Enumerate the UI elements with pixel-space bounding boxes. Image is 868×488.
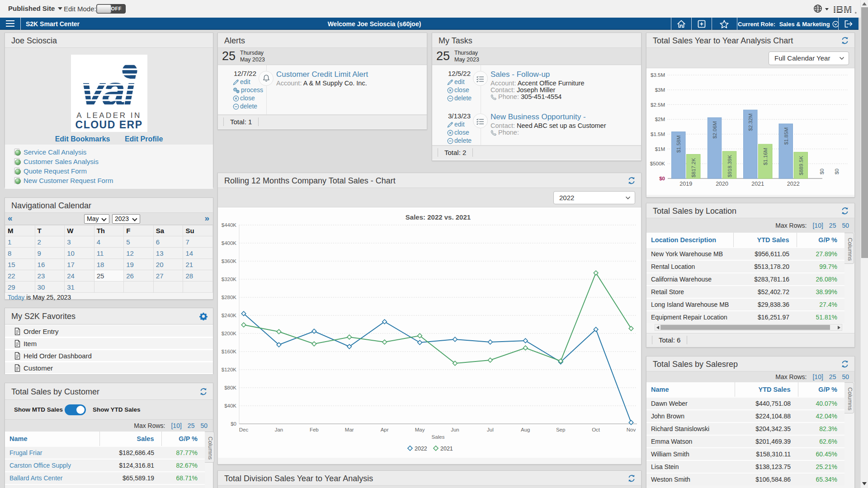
today-link[interactable]: Today xyxy=(8,294,24,301)
favorite-item[interactable]: Item xyxy=(5,338,213,350)
entry-title-link[interactable]: Sales - Follow-up xyxy=(491,70,550,79)
calendar-day-cell[interactable]: 26 xyxy=(124,270,154,282)
entry-title-link[interactable]: Customer Credit Limit Alert xyxy=(276,70,368,79)
table-column-header[interactable]: YTD Sales xyxy=(735,382,798,397)
edit-profile-link[interactable]: Edit Profile xyxy=(125,135,163,143)
calendar-day-cell[interactable]: 14 xyxy=(183,248,213,259)
yty-period-dropdown[interactable]: Full Calendar Year xyxy=(769,52,849,65)
location-refresh-button[interactable] xyxy=(841,207,849,216)
table-column-header[interactable]: Name xyxy=(646,382,735,397)
cell-name[interactable]: Frugal Friar xyxy=(5,446,99,459)
calendar-day-cell[interactable]: 27 xyxy=(153,270,183,282)
calendar-day-cell[interactable]: 5 xyxy=(124,236,154,248)
location-hscrollbar[interactable] xyxy=(655,324,842,331)
rolling-year-dropdown[interactable]: 2022 xyxy=(553,191,635,204)
table-column-header[interactable]: Sales xyxy=(99,432,161,446)
calendar-day-cell[interactable]: 30 xyxy=(35,282,65,293)
table-column-header[interactable]: YTD Sales xyxy=(733,233,797,248)
rolling-refresh-button[interactable] xyxy=(627,177,636,186)
customer-sales-columns-tab[interactable]: Columns xyxy=(205,432,214,463)
cell-name[interactable]: Ballard Arts Center xyxy=(5,472,99,484)
calendar-month-select[interactable]: May xyxy=(84,214,109,224)
mtd-ytd-switch[interactable] xyxy=(65,404,86,415)
close-action-link[interactable]: close xyxy=(447,129,469,136)
calendar-day-cell[interactable]: 2 xyxy=(35,236,65,248)
edit-mode-toggle[interactable]: OFF xyxy=(96,4,126,14)
calendar-day-cell[interactable]: 29 xyxy=(5,282,35,293)
calendar-day-cell[interactable]: 20 xyxy=(153,259,183,270)
favorite-item[interactable]: Customer xyxy=(5,362,213,374)
location-columns-tab[interactable]: Columns xyxy=(844,233,854,264)
current-role-dropdown[interactable]: Current Role: Sales & Marketing xyxy=(738,21,839,28)
edit-action-link[interactable]: edit xyxy=(447,121,465,128)
table-column-header[interactable]: Name xyxy=(5,432,99,446)
edit-action-link[interactable]: edit xyxy=(447,78,465,85)
add-tab-button[interactable] xyxy=(697,19,707,29)
calendar-day-cell[interactable]: 23 xyxy=(35,270,65,282)
delete-action-link[interactable]: delete xyxy=(447,137,472,144)
edit-action-link[interactable]: edit xyxy=(233,78,250,85)
process-action-link[interactable]: process xyxy=(233,86,263,94)
menu-hamburger-icon[interactable] xyxy=(6,20,14,27)
salesrep-refresh-button[interactable] xyxy=(841,360,849,370)
calendar-next-button[interactable]: » xyxy=(204,213,209,223)
cell-name[interactable]: Carston Office Supply xyxy=(5,459,99,472)
calendar-prev-button[interactable]: « xyxy=(8,213,13,223)
home-button[interactable] xyxy=(676,19,686,29)
max-rows-option[interactable]: 25 xyxy=(829,373,836,380)
edit-bookmarks-link[interactable]: Edit Bookmarks xyxy=(55,135,110,143)
bookmark-link[interactable]: New Customer Request Form xyxy=(5,176,213,185)
calendar-day-cell[interactable]: 17 xyxy=(65,259,94,270)
favorites-settings-button[interactable] xyxy=(199,312,208,322)
max-rows-option[interactable]: [10] xyxy=(812,222,823,229)
max-rows-option[interactable]: 25 xyxy=(188,422,195,429)
customer-sales-refresh-button[interactable] xyxy=(199,388,208,397)
calendar-day-cell[interactable]: 13 xyxy=(153,248,183,259)
delete-action-link[interactable]: delete xyxy=(447,94,472,102)
calendar-day-cell[interactable]: 6 xyxy=(153,236,183,248)
calendar-day-cell[interactable]: 4 xyxy=(94,236,124,248)
favorite-item[interactable]: Order Entry xyxy=(5,325,213,338)
logout-button[interactable] xyxy=(843,19,853,29)
calendar-day-cell[interactable]: 7 xyxy=(183,236,213,248)
bookmark-link[interactable]: Customer Sales Analysis xyxy=(5,157,213,166)
close-action-link[interactable]: close xyxy=(233,94,255,102)
max-rows-option[interactable]: 50 xyxy=(842,222,849,229)
page-scrollbar[interactable] xyxy=(860,0,868,488)
calendar-day-cell[interactable]: 3 xyxy=(65,236,94,248)
favorite-item[interactable]: Held Order Dashboard xyxy=(5,350,213,362)
entry-title-link[interactable]: New Business Opportunity - xyxy=(491,113,586,122)
table-column-header[interactable]: Location Description xyxy=(646,233,733,248)
yty-refresh-button[interactable] xyxy=(841,37,849,46)
max-rows-option[interactable]: 50 xyxy=(200,422,208,429)
calendar-day-cell[interactable]: 18 xyxy=(94,259,124,270)
calendar-day-cell[interactable]: 10 xyxy=(65,248,94,259)
bookmark-link[interactable]: Service Call Analysis xyxy=(5,147,213,157)
calendar-day-cell[interactable]: 8 xyxy=(5,248,35,259)
table-column-header[interactable]: G/P % xyxy=(798,382,844,397)
close-action-link[interactable]: close xyxy=(447,86,469,94)
calendar-day-cell[interactable]: 31 xyxy=(65,282,94,293)
division-refresh-button[interactable] xyxy=(627,474,636,484)
calendar-day-cell[interactable]: 24 xyxy=(65,270,94,282)
calendar-day-cell[interactable]: 16 xyxy=(35,259,65,270)
max-rows-option[interactable]: 25 xyxy=(829,222,836,229)
max-rows-option[interactable]: [10] xyxy=(812,373,823,380)
table-column-header[interactable]: G/P % xyxy=(161,432,205,446)
favorites-button[interactable] xyxy=(719,19,729,29)
calendar-day-cell[interactable]: 15 xyxy=(5,259,35,270)
max-rows-option[interactable]: 50 xyxy=(842,373,849,380)
bookmark-link[interactable]: Quote Request Form xyxy=(5,166,213,176)
max-rows-option[interactable]: [10] xyxy=(171,422,181,429)
delete-action-link[interactable]: delete xyxy=(233,103,257,110)
language-globe-button[interactable] xyxy=(813,4,829,14)
table-column-header[interactable]: G/P % xyxy=(797,233,844,248)
salesrep-columns-tab[interactable]: Columns xyxy=(844,382,854,413)
calendar-day-cell[interactable]: 28 xyxy=(183,270,213,282)
calendar-day-cell[interactable]: 19 xyxy=(124,259,154,270)
published-site-dropdown[interactable]: Published Site xyxy=(8,5,62,12)
calendar-day-cell[interactable]: 11 xyxy=(94,248,124,259)
calendar-day-cell[interactable]: 9 xyxy=(35,248,65,259)
calendar-day-cell[interactable]: 12 xyxy=(124,248,154,259)
calendar-day-cell[interactable]: 21 xyxy=(183,259,213,270)
